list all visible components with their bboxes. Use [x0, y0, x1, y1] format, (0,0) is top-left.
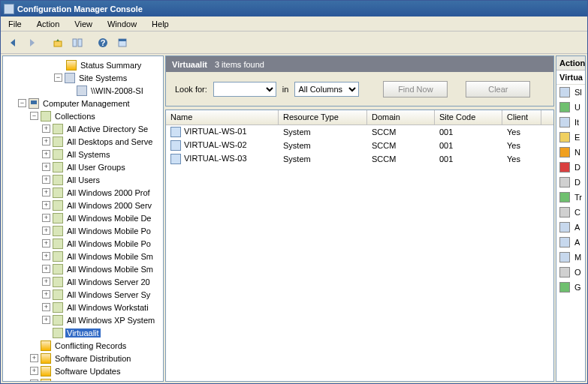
col-name[interactable]: Name	[166, 110, 279, 124]
expand-icon[interactable]: +	[42, 290, 50, 298]
col-domain[interactable]: Domain	[367, 110, 435, 124]
tree-collection-item[interactable]: +All Windows Mobile Po	[42, 237, 163, 250]
expand-icon[interactable]: +	[42, 188, 50, 196]
tree-os-deployment[interactable]: +Operating System Deploym	[30, 377, 163, 382]
folder-icon	[66, 60, 77, 70]
action-item[interactable]: D	[556, 175, 585, 190]
server-icon	[77, 86, 87, 96]
tree-conflicting-records[interactable]: Conflicting Records	[30, 339, 163, 352]
menu-file[interactable]: File	[1, 18, 29, 30]
tree-collection-selected[interactable]: Virtuaalit	[42, 326, 163, 339]
tree-collection-item[interactable]: +All Active Directory Se	[42, 122, 163, 135]
expand-icon[interactable]: +	[42, 265, 50, 273]
expand-icon[interactable]: +	[42, 124, 50, 133]
up-button[interactable]	[49, 34, 67, 52]
expand-icon[interactable]: +	[42, 278, 50, 286]
forward-button[interactable]	[23, 34, 41, 52]
new-window-button[interactable]	[113, 34, 131, 52]
clear-button[interactable]: Clear	[466, 81, 530, 98]
tree-collection-item[interactable]: +All Windows 2000 Serv	[42, 199, 163, 212]
collection-icon	[53, 238, 63, 249]
tree-collection-item[interactable]: +All Systems	[42, 148, 163, 160]
action-item[interactable]: A	[556, 220, 585, 235]
tree-collection-item[interactable]: +All Windows Mobile Po	[42, 224, 163, 237]
action-item[interactable]: Sl	[556, 85, 585, 100]
help-button[interactable]: ?	[94, 34, 112, 52]
action-item[interactable]: C	[556, 205, 585, 220]
expand-icon[interactable]: +	[42, 214, 50, 222]
menu-bar: File Action View Window Help	[1, 16, 587, 32]
tree-collection-item[interactable]: +All Windows Mobile Sm	[42, 250, 163, 262]
expand-icon[interactable]: +	[42, 252, 50, 260]
collapse-icon[interactable]: −	[54, 74, 62, 82]
actions-subheader: Virtua	[556, 70, 585, 85]
expand-icon[interactable]: +	[42, 176, 50, 184]
expand-icon[interactable]: +	[42, 303, 50, 311]
tree-software-updates[interactable]: +Software Updates	[30, 364, 163, 377]
tree-collection-item[interactable]: +All User Groups	[42, 160, 163, 173]
tree-collections[interactable]: −Collections	[30, 110, 163, 122]
tree-status-summary[interactable]: Status Summary	[66, 58, 163, 71]
expand-icon[interactable]: +	[42, 201, 50, 209]
tree-collection-item[interactable]: +All Windows Mobile Sm	[42, 262, 163, 275]
expand-icon[interactable]: +	[42, 226, 50, 235]
table-row[interactable]: VIRTUAL-WS-03SystemSCCM001Yes	[166, 152, 553, 166]
grid-header: Name Resource Type Domain Site Code Clie…	[166, 110, 553, 125]
look-for-input[interactable]	[213, 82, 276, 97]
find-now-button[interactable]: Find Now	[383, 81, 448, 98]
menu-window[interactable]: Window	[100, 18, 144, 30]
action-icon	[559, 162, 570, 172]
tree-collection-item[interactable]: +All Windows XP System	[42, 314, 163, 326]
action-item[interactable]: M	[556, 250, 585, 265]
menu-view[interactable]: View	[67, 18, 100, 30]
title-bar[interactable]: Configuration Manager Console	[1, 1, 587, 16]
back-button[interactable]	[4, 34, 22, 52]
expand-icon[interactable]: +	[42, 150, 50, 158]
tree-collection-item[interactable]: +All Windows 2000 Prof	[42, 186, 163, 199]
col-site-code[interactable]: Site Code	[435, 110, 502, 124]
table-row[interactable]: VIRTUAL-WS-01SystemSCCM001Yes	[166, 125, 553, 139]
expand-icon[interactable]: +	[42, 137, 50, 146]
tree-collection-item[interactable]: +All Users	[42, 173, 163, 186]
collection-icon	[53, 251, 63, 262]
col-resource-type[interactable]: Resource Type	[279, 110, 367, 124]
action-item[interactable]: G	[556, 280, 585, 295]
tree-collection-item[interactable]: +All Windows Workstati	[42, 301, 163, 314]
tree-collection-item[interactable]: +All Windows Mobile De	[42, 212, 163, 224]
action-item[interactable]: U	[556, 100, 585, 115]
columns-select[interactable]: All Columns	[294, 82, 359, 97]
tree-site-systems[interactable]: −Site Systems	[54, 71, 163, 84]
expand-icon[interactable]: +	[42, 316, 50, 324]
tree-collection-item[interactable]: +All Windows Server 20	[42, 275, 163, 288]
panes-button[interactable]	[68, 34, 86, 52]
tree-software-distribution[interactable]: +Software Distribution	[30, 352, 163, 364]
collapse-icon[interactable]: −	[18, 99, 26, 107]
action-item[interactable]: N	[556, 145, 585, 160]
expand-icon[interactable]: +	[30, 380, 38, 382]
tree-collection-item[interactable]: +All Windows Server Sy	[42, 288, 163, 301]
menu-action[interactable]: Action	[29, 18, 68, 30]
menu-help[interactable]: Help	[144, 18, 176, 30]
tree-pane[interactable]: Status Summary −Site Systems \\WIN-2008-…	[2, 56, 164, 382]
tree-computer-management[interactable]: −Computer Management	[18, 97, 163, 110]
expand-icon[interactable]: +	[42, 239, 50, 248]
results-grid[interactable]: Name Resource Type Domain Site Code Clie…	[165, 110, 554, 382]
expand-icon[interactable]: +	[42, 163, 50, 171]
collapse-icon[interactable]: −	[30, 112, 38, 120]
action-item[interactable]: E	[556, 130, 585, 145]
toolbar: ?	[1, 32, 587, 54]
action-icon	[559, 252, 570, 262]
table-row[interactable]: VIRTUAL-WS-02SystemSCCM001Yes	[166, 139, 553, 152]
expand-icon[interactable]: +	[30, 354, 38, 362]
server-icon	[65, 73, 75, 83]
tree-collection-item[interactable]: +All Desktops and Serve	[42, 135, 163, 148]
action-item[interactable]: Tr	[556, 190, 585, 205]
expand-icon[interactable]: +	[30, 367, 38, 375]
action-item[interactable]: A	[556, 235, 585, 250]
col-client[interactable]: Client	[502, 110, 541, 124]
action-item[interactable]: It	[556, 115, 585, 130]
tree-site-server[interactable]: \\WIN-2008-SI	[66, 84, 163, 97]
action-item[interactable]: O	[556, 265, 585, 280]
action-item[interactable]: D	[556, 160, 585, 175]
main-pane: Virtuaalit 3 items found Look for: in Al…	[165, 56, 554, 382]
